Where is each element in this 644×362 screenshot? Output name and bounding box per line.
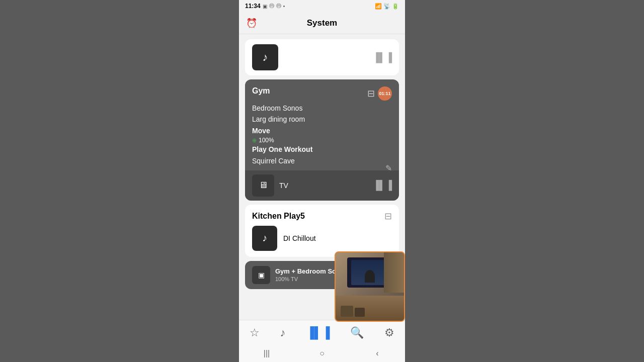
edit-icon[interactable]: ✎	[385, 163, 392, 173]
badge-text: 01:11	[379, 91, 390, 96]
music-note-icon: ♪	[263, 51, 268, 64]
partial-thumb: ▣	[252, 266, 270, 284]
search-icon: 🔍	[350, 326, 364, 339]
status-dot: •	[283, 4, 285, 9]
group-card-header: Gym ⊟ 01:11	[245, 79, 399, 103]
nav-search[interactable]: 🔍	[350, 326, 364, 339]
video-thumbnail[interactable]	[335, 251, 405, 322]
bottom-nav: ☆ ♪ ▐▌▐ 🔍 ⚙	[239, 320, 405, 345]
kitchen-track: DI Chillout	[283, 234, 316, 242]
bookshelf	[384, 252, 404, 293]
right-overlay	[405, 0, 644, 362]
kitchen-card[interactable]: Kitchen Play5 ⊟ ♪ DI Chillout	[245, 205, 399, 257]
group-item-bedroom: Bedroom Sonos	[252, 103, 392, 114]
nav-favorites[interactable]: ☆	[250, 326, 260, 339]
status-right-icons: 📶 📡 🔋	[375, 3, 399, 10]
phone-container: 11:34 ▣ ⓜ ⓜ • 📶 📡 🔋 ⏰ System ♪ ▐▌▐	[239, 0, 405, 362]
group-bookmark-icon[interactable]: ⊟	[367, 88, 375, 99]
music-card[interactable]: ♪ ▐▌▐	[245, 39, 399, 75]
group-badge: 01:11	[378, 86, 392, 101]
percentage-text: 100%	[259, 137, 274, 144]
group-card-wrapper: Gym ⊟ 01:11 Bedroom Sonos Larg dining ro…	[245, 79, 399, 201]
battery-icon-group: ⊕	[252, 137, 257, 144]
group-items-list: Bedroom Sonos Larg dining room Move ⊕ 10…	[245, 103, 399, 170]
tv-icon: 🖥	[259, 180, 268, 191]
system-nav: ||| ○ ‹	[239, 345, 405, 362]
music-nav-icon: ♪	[280, 326, 286, 339]
music-bars-icon[interactable]: ▐▌▐	[373, 52, 392, 63]
group-item-move: Move	[252, 125, 392, 136]
video-interior	[336, 252, 404, 321]
nav-settings[interactable]: ⚙	[384, 326, 394, 339]
partial-thumb-icon: ▣	[258, 271, 265, 279]
left-overlay	[0, 0, 239, 362]
partial-subtitle: 100% TV	[275, 276, 336, 282]
wifi-icon: 📶	[375, 3, 382, 10]
partial-info: Gym + Bedroom So 100% TV	[275, 267, 336, 282]
status-time: 11:34	[245, 3, 261, 10]
sys-nav-back[interactable]: ‹	[367, 346, 387, 360]
status-icon-m2: ⓜ	[276, 3, 281, 10]
favorites-icon: ☆	[250, 326, 260, 339]
nav-rooms[interactable]: ▐▌▐	[306, 326, 330, 339]
kitchen-header: Kitchen Play5 ⊟	[245, 205, 399, 226]
group-card-bottom: 🖥 TV ▐▌▐	[245, 170, 399, 201]
tv-label: TV	[279, 182, 288, 190]
tv-thumb: 🖥	[252, 174, 274, 197]
signal-icon: 📡	[383, 3, 390, 10]
battery-icon: 🔋	[392, 3, 399, 10]
group-item-dining: Larg dining room	[252, 114, 392, 125]
box2	[355, 308, 365, 317]
tv-bars-icon[interactable]: ▐▌▐	[373, 180, 392, 191]
header-title: System	[307, 18, 337, 28]
box1	[341, 306, 353, 317]
group-title: Gym	[252, 86, 270, 95]
percentage-row: ⊕ 100%	[252, 137, 392, 144]
status-bar: 11:34 ▣ ⓜ ⓜ • 📶 📡 🔋	[239, 0, 405, 12]
status-icon-m1: ⓜ	[269, 3, 274, 10]
alarm-icon[interactable]: ⏰	[246, 18, 257, 29]
app-header: ⏰ System	[239, 12, 405, 34]
kitchen-thumb: ♪	[252, 226, 277, 251]
group-item-play-workout: Play One Workout	[252, 144, 392, 155]
settings-icon: ⚙	[384, 326, 394, 339]
status-icon-sim: ▣	[263, 4, 267, 9]
partial-title: Gym + Bedroom So	[275, 267, 336, 275]
rooms-icon: ▐▌▐	[306, 326, 330, 339]
music-thumb: ♪	[252, 44, 278, 70]
kitchen-title: Kitchen Play5	[252, 212, 305, 221]
kitchen-bookmark-icon[interactable]: ⊟	[384, 211, 392, 222]
kitchen-music-icon: ♪	[262, 232, 267, 244]
sys-nav-menu[interactable]: |||	[257, 346, 277, 360]
group-card[interactable]: Gym ⊟ 01:11 Bedroom Sonos Larg dining ro…	[245, 79, 399, 201]
group-item-squirrel: Squirrel Cave	[252, 155, 392, 166]
nav-music[interactable]: ♪	[280, 326, 286, 339]
sys-nav-home[interactable]: ○	[312, 346, 332, 360]
